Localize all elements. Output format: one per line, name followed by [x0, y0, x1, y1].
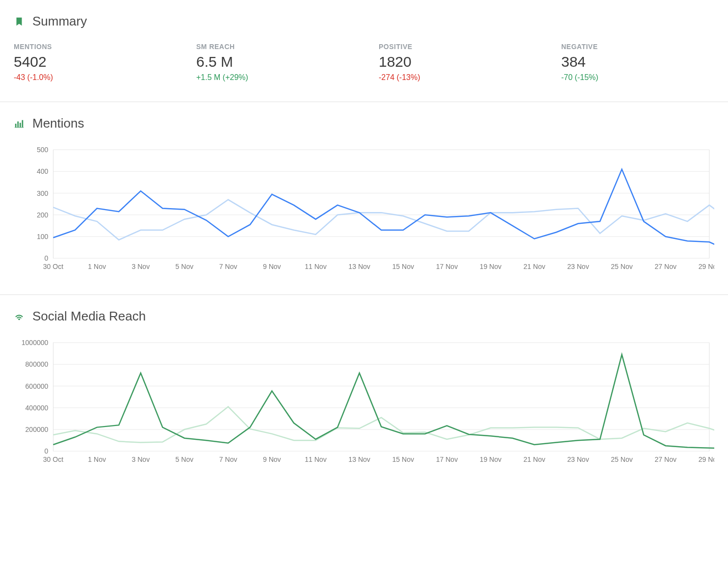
svg-text:21 Nov: 21 Nov [523, 456, 546, 464]
svg-text:500: 500 [37, 146, 49, 154]
svg-text:0: 0 [45, 448, 49, 455]
reach-chart: 0200000400000600000800000100000030 Oct1 … [14, 338, 714, 468]
svg-rect-1 [17, 121, 19, 127]
reach-header: Social Media Reach [14, 309, 714, 324]
kpi-row: MENTIONS 5402 -43 (-1.0%) SM REACH 6.5 M… [14, 43, 714, 82]
bar-chart-icon [14, 118, 25, 129]
svg-text:3 Nov: 3 Nov [131, 263, 150, 270]
kpi-sm-reach: SM REACH 6.5 M +1.5 M (+29%) [196, 43, 349, 82]
kpi-value: 5402 [14, 53, 167, 70]
kpi-delta: -274 (-13%) [379, 73, 532, 82]
summary-section: Summary MENTIONS 5402 -43 (-1.0%) SM REA… [0, 0, 728, 102]
svg-text:15 Nov: 15 Nov [392, 456, 414, 464]
svg-text:19 Nov: 19 Nov [480, 263, 502, 270]
svg-text:5 Nov: 5 Nov [176, 263, 194, 270]
svg-text:11 Nov: 11 Nov [305, 263, 327, 270]
svg-text:7 Nov: 7 Nov [219, 263, 237, 270]
kpi-value: 384 [561, 53, 714, 70]
svg-text:0: 0 [45, 254, 49, 262]
svg-text:1 Nov: 1 Nov [88, 263, 106, 270]
svg-text:30 Oct: 30 Oct [43, 263, 64, 270]
mentions-title: Mentions [32, 116, 84, 131]
svg-rect-0 [15, 124, 17, 127]
kpi-label: NEGATIVE [561, 43, 714, 51]
kpi-negative: NEGATIVE 384 -70 (-15%) [561, 43, 714, 82]
wifi-icon [14, 311, 25, 322]
bookmark-icon [14, 16, 25, 27]
kpi-delta: -43 (-1.0%) [14, 73, 167, 82]
svg-text:27 Nov: 27 Nov [654, 456, 676, 464]
reach-title: Social Media Reach [32, 309, 146, 324]
kpi-label: POSITIVE [379, 43, 532, 51]
reach-section: Social Media Reach 020000040000060000080… [0, 295, 728, 487]
kpi-label: MENTIONS [14, 43, 167, 51]
kpi-mentions: MENTIONS 5402 -43 (-1.0%) [14, 43, 167, 82]
svg-rect-4 [15, 127, 24, 128]
kpi-value: 1820 [379, 53, 532, 70]
svg-text:1000000: 1000000 [22, 339, 49, 347]
svg-text:21 Nov: 21 Nov [523, 263, 546, 270]
kpi-label: SM REACH [196, 43, 349, 51]
kpi-positive: POSITIVE 1820 -274 (-13%) [379, 43, 532, 82]
svg-text:9 Nov: 9 Nov [263, 263, 281, 270]
svg-rect-3 [22, 120, 24, 127]
svg-text:7 Nov: 7 Nov [219, 456, 237, 464]
mentions-chart: 010020030040050030 Oct1 Nov3 Nov5 Nov7 N… [14, 145, 714, 275]
svg-text:9 Nov: 9 Nov [263, 456, 281, 464]
svg-text:30 Oct: 30 Oct [43, 456, 64, 464]
kpi-delta: +1.5 M (+29%) [196, 73, 349, 82]
svg-text:11 Nov: 11 Nov [305, 456, 327, 464]
svg-rect-2 [20, 123, 21, 127]
svg-text:23 Nov: 23 Nov [567, 456, 589, 464]
svg-text:5 Nov: 5 Nov [176, 456, 194, 464]
svg-text:400: 400 [37, 167, 49, 175]
svg-text:800000: 800000 [25, 361, 48, 369]
svg-text:19 Nov: 19 Nov [480, 456, 502, 464]
mentions-section: Mentions 010020030040050030 Oct1 Nov3 No… [0, 102, 728, 295]
svg-text:29 Nov: 29 Nov [699, 456, 714, 464]
summary-header: Summary [14, 14, 714, 29]
svg-text:1 Nov: 1 Nov [88, 456, 106, 464]
svg-text:200: 200 [37, 211, 49, 219]
svg-text:17 Nov: 17 Nov [436, 263, 458, 270]
svg-text:23 Nov: 23 Nov [567, 263, 589, 270]
svg-text:100: 100 [37, 233, 49, 240]
svg-text:200000: 200000 [25, 426, 48, 434]
svg-text:13 Nov: 13 Nov [348, 263, 370, 270]
svg-text:25 Nov: 25 Nov [611, 263, 633, 270]
svg-text:3 Nov: 3 Nov [131, 456, 150, 464]
summary-title: Summary [32, 14, 87, 29]
mentions-header: Mentions [14, 116, 714, 131]
svg-text:27 Nov: 27 Nov [654, 263, 676, 270]
svg-text:600000: 600000 [25, 382, 48, 390]
svg-text:300: 300 [37, 189, 49, 197]
kpi-delta: -70 (-15%) [561, 73, 714, 82]
svg-text:17 Nov: 17 Nov [436, 456, 458, 464]
kpi-value: 6.5 M [196, 53, 349, 70]
svg-text:400000: 400000 [25, 404, 48, 412]
svg-text:13 Nov: 13 Nov [348, 456, 370, 464]
svg-text:25 Nov: 25 Nov [611, 456, 633, 464]
svg-text:29 Nov: 29 Nov [699, 263, 714, 270]
svg-text:15 Nov: 15 Nov [392, 263, 414, 270]
